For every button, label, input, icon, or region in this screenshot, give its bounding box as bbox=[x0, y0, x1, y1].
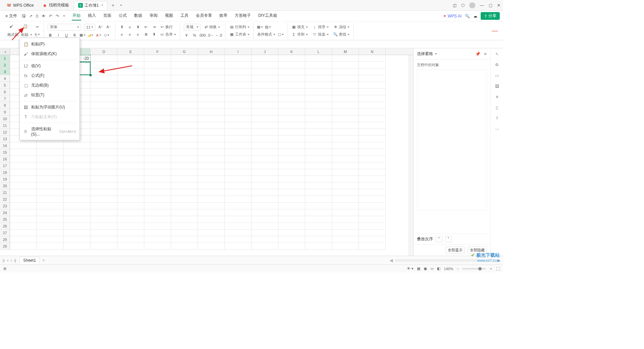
cell[interactable] bbox=[91, 209, 117, 216]
cell[interactable] bbox=[225, 95, 252, 102]
cell[interactable] bbox=[305, 136, 332, 142]
cell[interactable] bbox=[252, 209, 278, 216]
sum-button[interactable]: Σ求和 bbox=[291, 32, 308, 37]
cell[interactable] bbox=[10, 169, 37, 176]
cell[interactable] bbox=[305, 115, 332, 122]
cell[interactable] bbox=[37, 162, 64, 169]
ctx-transpose[interactable]: ⇄转置(T) bbox=[20, 90, 79, 100]
cell[interactable] bbox=[144, 95, 171, 102]
cell[interactable] bbox=[171, 223, 198, 230]
cell[interactable] bbox=[305, 156, 332, 162]
cell[interactable] bbox=[37, 209, 64, 216]
filter-button[interactable]: ▽筛选 bbox=[312, 32, 329, 37]
cell[interactable] bbox=[198, 243, 225, 250]
cell[interactable] bbox=[171, 55, 198, 62]
cell[interactable] bbox=[91, 129, 117, 136]
cell[interactable] bbox=[332, 183, 359, 189]
column-header[interactable]: G bbox=[171, 48, 198, 55]
row-header[interactable]: 25 bbox=[0, 216, 10, 223]
pin-icon[interactable]: 📌 bbox=[475, 52, 480, 56]
cell[interactable] bbox=[144, 236, 171, 243]
close-panel-icon[interactable]: ✕ bbox=[484, 52, 487, 56]
print-preview-icon[interactable]: 👁 bbox=[42, 14, 46, 18]
zoom-value[interactable]: 145% bbox=[444, 267, 453, 271]
cell[interactable] bbox=[359, 95, 386, 102]
cell[interactable] bbox=[10, 230, 37, 236]
cell[interactable] bbox=[278, 95, 305, 102]
row-header[interactable]: 3 bbox=[0, 68, 10, 75]
fill-color-icon[interactable]: ◢ bbox=[88, 33, 93, 38]
cell[interactable] bbox=[117, 216, 144, 223]
align-justify-icon[interactable]: ≣ bbox=[143, 32, 149, 37]
cell[interactable] bbox=[10, 176, 37, 183]
row-header[interactable]: 12 bbox=[0, 129, 10, 136]
move-down-button[interactable]: ˅ bbox=[445, 236, 452, 242]
cell[interactable] bbox=[91, 68, 117, 75]
cell[interactable] bbox=[252, 176, 278, 183]
cell[interactable] bbox=[252, 89, 278, 95]
cell[interactable] bbox=[278, 142, 305, 149]
cell[interactable] bbox=[91, 169, 117, 176]
cell[interactable] bbox=[198, 115, 225, 122]
close-button[interactable]: ✕ bbox=[497, 3, 500, 8]
format-painter-button[interactable]: 🖌 格式刷 bbox=[6, 24, 20, 37]
cell[interactable] bbox=[198, 189, 225, 196]
cell[interactable] bbox=[278, 89, 305, 95]
tab-workbook[interactable]: S 工作簿1 • bbox=[74, 1, 107, 10]
cell[interactable] bbox=[91, 142, 117, 149]
cell[interactable] bbox=[359, 162, 386, 169]
name-box[interactable] bbox=[0, 40, 19, 48]
cell[interactable] bbox=[10, 243, 37, 250]
cell[interactable] bbox=[91, 236, 117, 243]
cell[interactable] bbox=[359, 102, 386, 109]
help-icon[interactable]: ? bbox=[496, 116, 498, 121]
cell[interactable] bbox=[278, 102, 305, 109]
cell[interactable] bbox=[252, 102, 278, 109]
cell[interactable] bbox=[64, 243, 91, 250]
cell[interactable] bbox=[225, 109, 252, 115]
cell[interactable] bbox=[64, 203, 91, 209]
ctx-keep-source[interactable]: 🖌保留源格式(K) bbox=[20, 49, 79, 59]
cell[interactable] bbox=[117, 156, 144, 162]
selection-pane-dropdown[interactable] bbox=[434, 52, 437, 56]
cell[interactable] bbox=[91, 196, 117, 203]
cell[interactable] bbox=[252, 162, 278, 169]
cell[interactable] bbox=[64, 156, 91, 162]
cell[interactable] bbox=[91, 176, 117, 183]
cell[interactable] bbox=[117, 62, 144, 68]
cell[interactable] bbox=[117, 162, 144, 169]
cell[interactable] bbox=[252, 216, 278, 223]
column-header[interactable]: I bbox=[225, 48, 252, 55]
cell[interactable] bbox=[117, 196, 144, 203]
cell[interactable] bbox=[144, 122, 171, 129]
cell[interactable] bbox=[278, 115, 305, 122]
bold-icon[interactable]: B bbox=[48, 33, 53, 38]
cell[interactable] bbox=[332, 62, 359, 68]
cell[interactable] bbox=[359, 136, 386, 142]
cell[interactable] bbox=[171, 162, 198, 169]
sheet-last-icon[interactable]: ›| bbox=[14, 258, 16, 263]
cell[interactable] bbox=[359, 82, 386, 89]
cell[interactable] bbox=[117, 223, 144, 230]
cell[interactable] bbox=[91, 82, 117, 89]
cell[interactable] bbox=[305, 236, 332, 243]
cell[interactable] bbox=[64, 196, 91, 203]
cell[interactable] bbox=[198, 176, 225, 183]
cell[interactable] bbox=[225, 62, 252, 68]
cell[interactable] bbox=[144, 136, 171, 142]
column-header[interactable]: J bbox=[252, 48, 278, 55]
cell[interactable] bbox=[252, 189, 278, 196]
cell[interactable] bbox=[91, 183, 117, 189]
currency-icon[interactable]: ¥ bbox=[184, 33, 189, 38]
orientation-icon[interactable]: ⬍ bbox=[151, 32, 157, 37]
cell[interactable] bbox=[198, 230, 225, 236]
cell[interactable] bbox=[117, 122, 144, 129]
row-header[interactable]: 2 bbox=[0, 62, 10, 68]
cell[interactable] bbox=[359, 142, 386, 149]
cell[interactable] bbox=[37, 169, 64, 176]
cell[interactable] bbox=[117, 203, 144, 209]
layout-icon[interactable]: ▭ bbox=[495, 73, 499, 78]
vertical-scrollbar[interactable] bbox=[409, 55, 413, 256]
cell[interactable] bbox=[10, 189, 37, 196]
ctx-formulas[interactable]: fx公式(F) bbox=[20, 71, 79, 81]
